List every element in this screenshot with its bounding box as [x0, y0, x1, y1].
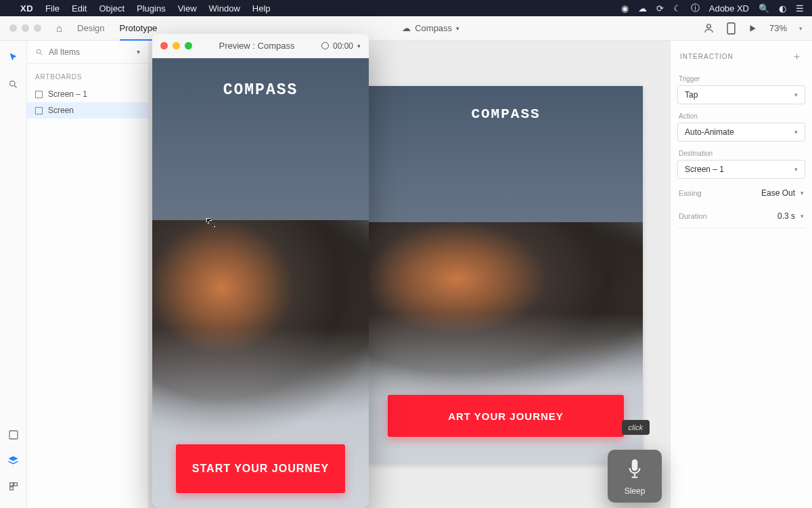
record-timer: 00:00	[333, 41, 353, 51]
destination-value: Screen – 1	[685, 165, 724, 174]
menu-file[interactable]: File	[45, 3, 60, 14]
artboard-item-label: Screen – 1	[48, 89, 87, 99]
tab-design[interactable]: Design	[77, 23, 104, 33]
layers-icon[interactable]	[7, 454, 20, 467]
document-name: Compass	[415, 23, 452, 33]
artboard-title: COMPASS	[369, 106, 643, 122]
artboard-item[interactable]: Screen	[27, 102, 148, 119]
plugins-icon[interactable]	[7, 480, 20, 493]
menu-edit[interactable]: Edit	[72, 3, 87, 14]
artboard-item[interactable]: Screen – 1	[27, 86, 148, 102]
account-icon[interactable]	[703, 22, 715, 34]
menu-view[interactable]: View	[178, 3, 197, 14]
siri-icon[interactable]: ◐	[779, 3, 786, 14]
chevron-down-icon: ▾	[456, 25, 459, 32]
cc-cloud-icon[interactable]: ☁	[638, 3, 647, 14]
preview-title: Preview : Compass	[199, 41, 315, 51]
status-circle-icon[interactable]: ◉	[621, 3, 629, 14]
artboard-icon	[35, 91, 43, 98]
preview-cta-button[interactable]: START YOUR JOURNEY	[176, 444, 345, 493]
duration-value: 0.3 s	[777, 211, 795, 221]
app-name[interactable]: XD	[20, 3, 33, 14]
trigger-label: Trigger	[677, 70, 805, 85]
interaction-inspector: INTERACTION ＋ Trigger Tap ▾ Action Auto-…	[670, 41, 812, 508]
svg-rect-4	[9, 483, 13, 486]
easing-label: Easing	[679, 189, 702, 197]
window-traffic-lights[interactable]	[9, 24, 41, 32]
cta-button[interactable]: ART YOUR JOURNEY	[388, 395, 623, 437]
chevron-down-icon: ▾	[794, 166, 798, 173]
record-icon	[321, 42, 329, 49]
chevron-down-icon: ▾	[357, 43, 361, 49]
action-select[interactable]: Auto-Animate ▾	[677, 123, 805, 142]
search-icon[interactable]	[7, 77, 20, 91]
destination-select[interactable]: Screen – 1 ▾	[677, 160, 805, 179]
macos-menubar: XD File Edit Object Plugins View Window …	[0, 0, 812, 16]
voice-hud[interactable]: Sleep	[608, 450, 662, 503]
document-title[interactable]: ☁ Compass ▾	[402, 23, 459, 33]
tab-prototype[interactable]: Prototype	[120, 23, 158, 41]
chevron-down-icon: ▾	[800, 190, 804, 196]
sync-icon[interactable]: ⟳	[656, 3, 664, 14]
chevron-down-icon: ▾	[800, 213, 804, 219]
easing-select[interactable]: Ease Out ▾	[761, 188, 804, 198]
control-center-icon[interactable]: ☰	[796, 3, 804, 14]
svg-rect-5	[14, 483, 17, 486]
artboard-screen[interactable]: COMPASS ART YOUR JOURNEY	[369, 86, 643, 464]
info-icon[interactable]: ⓘ	[691, 2, 700, 14]
action-value: Auto-Animate	[685, 127, 734, 137]
menu-window[interactable]: Window	[209, 3, 240, 14]
svg-point-2	[10, 81, 16, 86]
right-app-label[interactable]: Adobe XD	[709, 3, 749, 14]
svg-point-0	[707, 24, 711, 28]
filter-label: All Items	[49, 47, 80, 57]
menu-help[interactable]: Help	[252, 3, 271, 14]
libraries-icon[interactable]	[7, 428, 20, 442]
svg-point-7	[37, 49, 41, 54]
svg-rect-3	[9, 431, 18, 439]
svg-rect-8	[632, 459, 638, 471]
artboard-item-label: Screen	[48, 106, 74, 115]
action-label: Action	[677, 107, 805, 123]
chevron-down-icon: ▾	[794, 129, 798, 135]
trigger-value: Tap	[685, 90, 698, 100]
preview-window: Preview : Compass 00:00 ▾ COMPASS START …	[152, 34, 369, 508]
duration-select[interactable]: 0.3 s ▾	[777, 211, 804, 221]
chevron-down-icon: ▾	[137, 48, 140, 56]
chevron-down-icon[interactable]: ▾	[799, 25, 803, 32]
preview-app-title: COMPASS	[152, 81, 369, 99]
preview-titlebar[interactable]: Preview : Compass 00:00 ▾	[152, 34, 369, 58]
trigger-select[interactable]: Tap ▾	[677, 85, 805, 104]
menu-plugins[interactable]: Plugins	[137, 3, 166, 14]
preview-cta-label: START YOUR JOURNEY	[192, 463, 329, 475]
menu-object[interactable]: Object	[99, 3, 125, 14]
svg-rect-1	[727, 22, 735, 33]
cloud-icon: ☁	[402, 23, 411, 33]
preview-viewport[interactable]: COMPASS START YOUR JOURNEY ↖	[152, 58, 369, 508]
record-control[interactable]: 00:00 ▾	[321, 41, 361, 51]
artboard-icon	[35, 107, 43, 114]
tool-strip	[0, 41, 27, 508]
chevron-down-icon: ▾	[794, 91, 798, 98]
device-preview-icon[interactable]	[727, 22, 736, 35]
voice-label: Sleep	[625, 486, 646, 496]
add-interaction-icon[interactable]: ＋	[792, 50, 803, 63]
panel-filter[interactable]: All Items ▾	[27, 41, 148, 64]
artboards-section-title: ARTBOARDS	[27, 64, 148, 86]
moon-icon[interactable]: ☾	[673, 3, 681, 14]
zoom-level[interactable]: 73%	[769, 23, 787, 33]
microphone-icon	[626, 458, 644, 481]
select-tool-icon[interactable]	[7, 50, 20, 64]
preview-traffic-lights[interactable]	[160, 42, 192, 49]
destination-label: Destination	[677, 144, 805, 160]
home-icon[interactable]: ⌂	[56, 22, 62, 34]
play-icon[interactable]	[748, 24, 757, 33]
duration-label: Duration	[679, 212, 707, 220]
easing-value: Ease Out	[761, 188, 795, 198]
xd-toolbar: ⌂ Design Prototype ☁ Compass ▾ 73% ▾	[0, 16, 812, 41]
inspector-title: INTERACTION	[680, 53, 734, 60]
spotlight-icon[interactable]: 🔍	[759, 3, 769, 14]
svg-rect-6	[9, 487, 13, 490]
cta-label: ART YOUR JOURNEY	[448, 410, 564, 422]
artboards-panel: All Items ▾ ARTBOARDS Screen – 1 Screen	[27, 41, 149, 508]
